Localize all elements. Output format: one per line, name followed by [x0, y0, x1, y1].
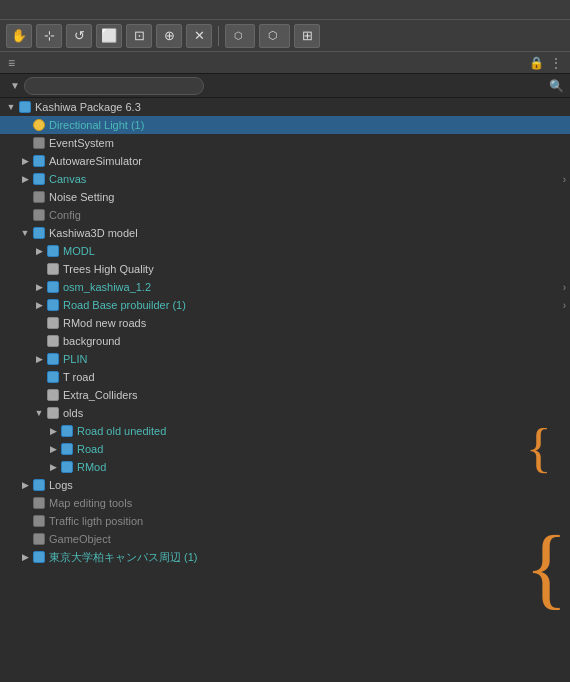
tree-icon-directional-light: [32, 118, 46, 132]
tree-arrow-kashiwa3d-model[interactable]: [18, 226, 32, 240]
tree-label-road: Road: [77, 443, 103, 455]
tree-label-kashiwa-package: Kashiwa Package 6.3: [35, 101, 141, 113]
tree-label-olds: olds: [63, 407, 83, 419]
tree-icon-logs: [32, 478, 46, 492]
tree-label-event-system: EventSystem: [49, 137, 114, 149]
tree-item-logs[interactable]: Logs: [0, 476, 570, 494]
lock-icon[interactable]: 🔒: [529, 56, 544, 70]
more-options-icon[interactable]: ⋮: [550, 56, 562, 70]
tree-label-kashiwa3d-model: Kashiwa3D model: [49, 227, 138, 239]
toolbar: ✋ ⊹ ↺ ⬜ ⊡ ⊕ ✕ ⬡ ⬡ ⊞: [0, 20, 570, 52]
tree-label-plin: PLIN: [63, 353, 87, 365]
hamburger-icon: ≡: [8, 56, 15, 70]
tree-container[interactable]: Kashiwa Package 6.3Directional Light (1)…: [0, 98, 570, 682]
tree-arrow-rmod[interactable]: [46, 460, 60, 474]
tree-label-rmod-new-roads: RMod new roads: [63, 317, 146, 329]
tree-icon-plin: [46, 352, 60, 366]
tree-item-olds[interactable]: olds: [0, 404, 570, 422]
tree-icon-autoware-simulator: [32, 154, 46, 168]
tree-item-osm-kashiwa[interactable]: osm_kashiwa_1.2›: [0, 278, 570, 296]
tree-arrow-autoware-simulator[interactable]: [18, 154, 32, 168]
tree-label-autoware-simulator: AutowareSimulator: [49, 155, 142, 167]
tree-item-noise-setting[interactable]: Noise Setting: [0, 188, 570, 206]
tree-item-trees-high-quality[interactable]: Trees High Quality: [0, 260, 570, 278]
grid-button[interactable]: ⊞: [294, 24, 320, 48]
tree-item-kashiwa3d-model[interactable]: Kashiwa3D model: [0, 224, 570, 242]
toolbar-separator-1: [218, 26, 219, 46]
tree-label-road-base: Road Base probuilder (1): [63, 299, 186, 311]
tree-item-road-old-unedited[interactable]: Road old unedited: [0, 422, 570, 440]
right-arrow-osm-kashiwa: ›: [563, 282, 566, 293]
tree-item-canvas[interactable]: Canvas›: [0, 170, 570, 188]
tree-icon-road-base: [46, 298, 60, 312]
rotate-tool-button[interactable]: ↺: [66, 24, 92, 48]
tree-arrow-osm-kashiwa[interactable]: [32, 280, 46, 294]
tree-icon-modl: [46, 244, 60, 258]
tree-label-modl: MODL: [63, 245, 95, 257]
tree-item-background[interactable]: background: [0, 332, 570, 350]
tree-item-road-base[interactable]: Road Base probuilder (1)›: [0, 296, 570, 314]
tree-item-t-road[interactable]: T road: [0, 368, 570, 386]
tree-icon-map-editing-tools: [32, 496, 46, 510]
tree-item-modl[interactable]: MODL: [0, 242, 570, 260]
tree-arrow-plin[interactable]: [32, 352, 46, 366]
panel-header: ≡ 🔒 ⋮: [0, 52, 570, 74]
tree-icon-event-system: [32, 136, 46, 150]
tree-item-tokyo-campus[interactable]: 東京大学柏キャンパス周辺 (1): [0, 548, 570, 566]
tree-icon-noise-setting: [32, 190, 46, 204]
tree-icon-traffic-light-position: [32, 514, 46, 528]
tree-item-map-editing-tools[interactable]: Map editing tools: [0, 494, 570, 512]
tree-item-road[interactable]: Road: [0, 440, 570, 458]
tree-item-config[interactable]: Config: [0, 206, 570, 224]
tree-label-map-editing-tools: Map editing tools: [49, 497, 132, 509]
tree-item-directional-light[interactable]: Directional Light (1): [0, 116, 570, 134]
panel-header-icons: 🔒 ⋮: [529, 56, 562, 70]
tree-arrow-logs[interactable]: [18, 478, 32, 492]
menu-bar: [0, 0, 570, 20]
tree-icon-rmod-new-roads: [46, 316, 60, 330]
tree-arrow-canvas[interactable]: [18, 172, 32, 186]
search-bar: ▼ 🔍: [0, 74, 570, 98]
tree-item-kashiwa-package[interactable]: Kashiwa Package 6.3: [0, 98, 570, 116]
tree-arrow-road-base[interactable]: [32, 298, 46, 312]
tree-item-rmod[interactable]: RMod: [0, 458, 570, 476]
tree-item-rmod-new-roads[interactable]: RMod new roads: [0, 314, 570, 332]
tree-item-game-object[interactable]: GameObject: [0, 530, 570, 548]
tree-arrow-kashiwa-package[interactable]: [4, 100, 18, 114]
tree-label-background: background: [63, 335, 121, 347]
tree-item-extra-colliders[interactable]: Extra_Colliders: [0, 386, 570, 404]
tree-icon-rmod: [60, 460, 74, 474]
tree-icon-t-road: [46, 370, 60, 384]
tree-label-config: Config: [49, 209, 81, 221]
tree-label-extra-colliders: Extra_Colliders: [63, 389, 138, 401]
pivot-button[interactable]: ⬡: [225, 24, 255, 48]
tree-icon-kashiwa-package: [18, 100, 32, 114]
tree-item-plin[interactable]: PLIN: [0, 350, 570, 368]
local-button[interactable]: ⬡: [259, 24, 290, 48]
move-tool-button[interactable]: ⊹: [36, 24, 62, 48]
tree-arrow-road-old-unedited[interactable]: [46, 424, 60, 438]
tree-label-game-object: GameObject: [49, 533, 111, 545]
right-arrow-canvas: ›: [563, 174, 566, 185]
transform-tool-button[interactable]: ⊕: [156, 24, 182, 48]
tree-item-traffic-light-position[interactable]: Traffic ligth position: [0, 512, 570, 530]
tree-label-tokyo-campus: 東京大学柏キャンパス周辺 (1): [49, 550, 198, 565]
right-arrow-road-base: ›: [563, 300, 566, 311]
tree-item-event-system[interactable]: EventSystem: [0, 134, 570, 152]
hierarchy-panel: ≡ 🔒 ⋮ ▼ 🔍 Kashiwa Package 6.3Directional…: [0, 52, 570, 682]
rect-tool-button[interactable]: ⊡: [126, 24, 152, 48]
tree-arrow-olds[interactable]: [32, 406, 46, 420]
tree-icon-game-object: [32, 532, 46, 546]
tree-arrow-tokyo-campus[interactable]: [18, 550, 32, 564]
tree-icon-extra-colliders: [46, 388, 60, 402]
tree-arrow-road[interactable]: [46, 442, 60, 456]
tree-arrow-modl[interactable]: [32, 244, 46, 258]
dropdown-icon[interactable]: ▼: [10, 80, 20, 91]
tree-label-osm-kashiwa: osm_kashiwa_1.2: [63, 281, 151, 293]
tree-item-autoware-simulator[interactable]: AutowareSimulator: [0, 152, 570, 170]
hand-tool-button[interactable]: ✋: [6, 24, 32, 48]
custom-tool-button[interactable]: ✕: [186, 24, 212, 48]
scale-tool-button[interactable]: ⬜: [96, 24, 122, 48]
tree-label-directional-light: Directional Light (1): [49, 119, 144, 131]
search-input[interactable]: [24, 77, 204, 95]
